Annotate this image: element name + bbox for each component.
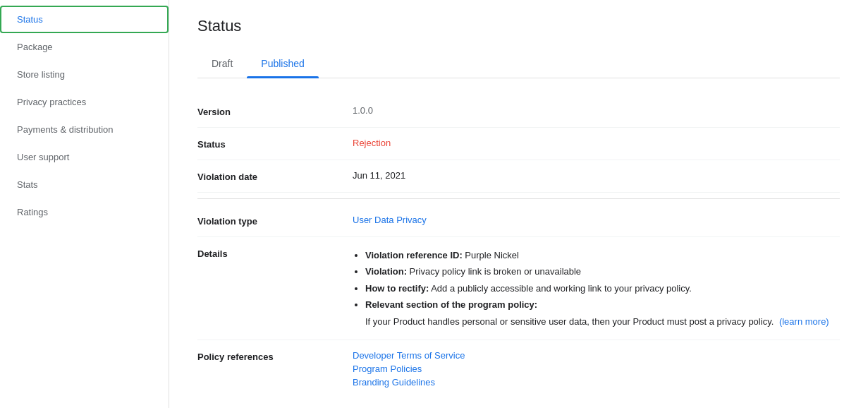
policy-link-program-policies[interactable]: Program Policies [353,364,840,374]
details-row: Details Violation reference ID: Purple N… [197,237,840,340]
version-value: 1.0.0 [353,105,840,116]
violation-type-label: Violation type [197,215,353,227]
detail-item-3: How to rectify: Add a publicly accessibl… [365,280,840,296]
status-label: Status [197,138,353,150]
detail-item-1: Violation reference ID: Purple Nickel [365,247,840,263]
policy-references-label: Policy references [197,350,353,362]
details-label: Details [197,247,353,259]
policy-links-container: Developer Terms of Service Program Polic… [353,350,840,388]
detail-item-4-bold: Relevant section of the program policy: [365,299,537,310]
content-area: Version 1.0.0 Status Rejection Violation… [197,78,840,408]
sidebar-item-payments[interactable]: Payments & distribution [0,116,169,143]
sidebar-item-stats[interactable]: Stats [0,171,169,198]
detail-item-2-text: Privacy policy link is broken or unavail… [407,266,581,277]
status-value: Rejection [353,138,840,148]
detail-item-1-text: Purple Nickel [463,250,519,260]
violation-date-label: Violation date [197,170,353,182]
sidebar: Status Package Store listing Privacy pra… [0,0,169,408]
policy-link-developer-terms[interactable]: Developer Terms of Service [353,350,840,361]
section-divider [197,198,840,199]
tabs: Draft Published [197,49,840,78]
detail-item-2: Violation: Privacy policy link is broken… [365,263,840,280]
violation-type-value[interactable]: User Data Privacy [353,215,840,225]
sidebar-item-status[interactable]: Status [0,6,169,33]
sidebar-item-privacy-practices[interactable]: Privacy practices [0,88,169,116]
details-value: Violation reference ID: Purple Nickel Vi… [353,247,840,330]
learn-more-link[interactable]: (learn more) [779,316,829,327]
sidebar-item-package[interactable]: Package [0,33,169,61]
detail-item-1-bold: Violation reference ID: [365,250,463,260]
violation-date-value: Jun 11, 2021 [353,170,840,181]
tab-published[interactable]: Published [247,49,319,78]
status-row: Status Rejection [197,128,840,160]
details-list: Violation reference ID: Purple Nickel Vi… [353,247,840,330]
tab-draft[interactable]: Draft [197,49,247,78]
policy-references-row: Policy references Developer Terms of Ser… [197,340,840,397]
violation-date-row: Violation date Jun 11, 2021 [197,160,840,193]
sidebar-item-store-listing[interactable]: Store listing [0,61,169,88]
policy-references-value: Developer Terms of Service Program Polic… [353,350,840,388]
sidebar-item-user-support[interactable]: User support [0,143,169,171]
detail-item-3-text: Add a publicly accessible and working li… [429,283,692,294]
version-row: Version 1.0.0 [197,95,840,128]
policy-link-branding-guidelines[interactable]: Branding Guidelines [353,377,840,388]
detail-item-2-bold: Violation: [365,266,407,277]
detail-item-3-bold: How to rectify: [365,283,429,294]
page-title: Status [197,17,840,35]
detail-item-4-text: If your Product handles personal or sens… [365,316,774,327]
violation-type-row: Violation type User Data Privacy [197,205,840,237]
detail-item-4: Relevant section of the program policy: … [365,296,840,330]
version-label: Version [197,105,353,117]
main-content: Status Draft Published Version 1.0.0 Sta… [169,0,868,408]
sidebar-item-ratings[interactable]: Ratings [0,198,169,226]
